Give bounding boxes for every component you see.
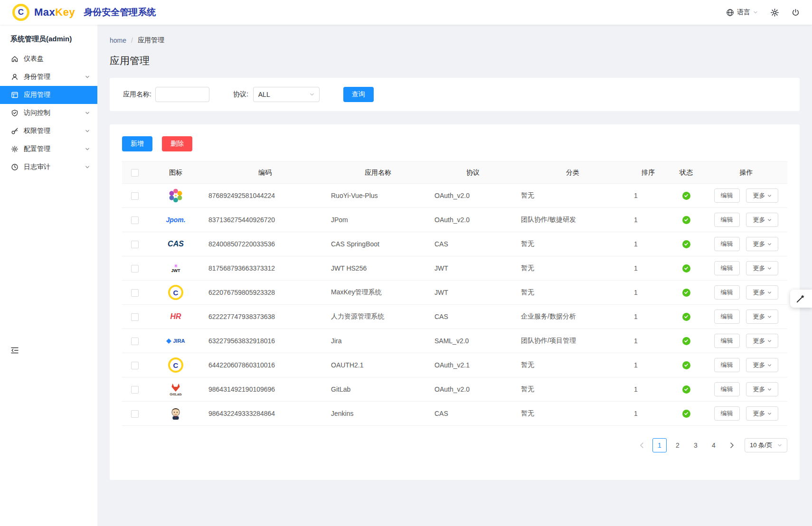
app-code: 824008507220033536 <box>208 240 275 248</box>
table-row: C 644220607860310016 OAUTH2.1 OAuth_v2.1… <box>122 353 787 377</box>
row-checkbox[interactable] <box>131 338 139 345</box>
add-button[interactable]: 新增 <box>122 136 152 151</box>
row-checkbox[interactable] <box>131 216 139 224</box>
row-checkbox[interactable] <box>131 313 139 321</box>
chevron-down-icon <box>85 111 90 115</box>
language-switcher[interactable]: 语言 <box>726 8 758 17</box>
edit-button[interactable]: 编辑 <box>714 406 740 421</box>
logout-power-icon[interactable] <box>792 9 800 17</box>
app-code: 622227747938373638 <box>208 313 275 320</box>
maxkey-logo-icon: C <box>12 4 29 21</box>
more-button[interactable]: 更多 <box>746 406 778 421</box>
column-header-protocol: 协议 <box>430 162 516 184</box>
page-button-4[interactable]: 4 <box>707 438 721 452</box>
more-button-label: 更多 <box>753 312 765 321</box>
more-button[interactable]: 更多 <box>746 310 778 324</box>
select-all-checkbox[interactable] <box>131 169 139 177</box>
edit-button[interactable]: 编辑 <box>714 261 740 275</box>
sidebar-item-identity[interactable]: 身份管理 <box>0 68 97 86</box>
status-enabled-icon <box>682 361 690 369</box>
more-button[interactable]: 更多 <box>746 358 778 372</box>
edit-button[interactable]: 编辑 <box>714 237 740 251</box>
app-icon-cas: CAS <box>165 234 187 254</box>
app-name: Jira <box>331 337 342 345</box>
table-row: 876892492581044224 RuoYi-Vue-Plus OAuth_… <box>122 184 787 208</box>
more-button[interactable]: 更多 <box>746 382 778 396</box>
collapse-sidebar-button[interactable] <box>10 347 19 356</box>
page-button-1[interactable]: 1 <box>652 438 667 452</box>
sidebar-item-config[interactable]: 配置管理 <box>0 140 97 158</box>
app-code: 644220607860310016 <box>208 361 275 369</box>
app-name: MaxKey管理系统 <box>331 288 382 296</box>
app-category: 暂无 <box>521 409 534 417</box>
prev-page-button[interactable] <box>634 438 649 452</box>
row-checkbox[interactable] <box>131 386 139 394</box>
row-checkbox[interactable] <box>131 241 139 248</box>
app-sort: 1 <box>634 192 638 199</box>
sidebar-item-apps[interactable]: 应用管理 <box>0 86 97 104</box>
sidebar-item-access[interactable]: 访问控制 <box>0 104 97 122</box>
main-layout: 系统管理员(admin) 仪表盘 身份管理 应用管理 访问控制 权限管理 配置管… <box>0 25 812 526</box>
edit-button[interactable]: 编辑 <box>714 382 740 396</box>
app-protocol: OAuth_v2.0 <box>434 385 470 393</box>
sidebar-item-audit[interactable]: 日志审计 <box>0 158 97 176</box>
settings-gear-icon[interactable] <box>770 8 779 17</box>
clock-icon <box>10 163 19 171</box>
more-button[interactable]: 更多 <box>746 237 778 251</box>
search-button[interactable]: 查询 <box>343 87 374 102</box>
more-button-label: 更多 <box>753 191 765 200</box>
chevron-down-icon <box>767 363 772 367</box>
row-checkbox[interactable] <box>131 362 139 369</box>
page-size-select[interactable]: 10 条/页 <box>745 438 787 452</box>
next-page-button[interactable] <box>725 438 739 452</box>
gear-icon <box>10 145 19 153</box>
edit-button[interactable]: 编辑 <box>714 188 740 203</box>
sidebar-item-label: 访问控制 <box>24 109 50 117</box>
page-button-3[interactable]: 3 <box>689 438 703 452</box>
chevron-down-icon <box>767 266 772 271</box>
edit-button[interactable]: 编辑 <box>714 285 740 300</box>
chevron-down-icon <box>310 92 314 97</box>
breadcrumb-home[interactable]: home <box>110 37 126 44</box>
status-enabled-icon <box>682 192 690 200</box>
brand-name-max: Max <box>34 6 55 18</box>
protocol-select[interactable]: ALL <box>253 87 320 102</box>
column-header-status: 状态 <box>667 162 705 184</box>
app-category: 暂无 <box>521 240 534 247</box>
row-checkbox[interactable] <box>131 192 139 200</box>
row-checkbox[interactable] <box>131 410 139 418</box>
edit-button[interactable]: 编辑 <box>714 310 740 324</box>
brand-name-key: Key <box>55 6 75 18</box>
page-button-2[interactable]: 2 <box>670 438 685 452</box>
app-sort: 1 <box>634 410 638 417</box>
more-button[interactable]: 更多 <box>746 285 778 300</box>
table-panel: 新增 删除 图标 编码 应用名称 协议 分类 <box>110 124 800 480</box>
row-checkbox[interactable] <box>131 289 139 297</box>
theme-settings-button[interactable] <box>790 290 812 308</box>
sidebar-item-permission[interactable]: 权限管理 <box>0 122 97 140</box>
edit-button[interactable]: 编辑 <box>714 213 740 227</box>
sidebar-item-label: 身份管理 <box>24 73 50 81</box>
header-actions: 语言 <box>726 8 800 17</box>
status-enabled-icon <box>682 385 690 394</box>
more-button[interactable]: 更多 <box>746 213 778 227</box>
column-header-actions: 操作 <box>705 162 787 184</box>
more-button[interactable]: 更多 <box>746 334 778 348</box>
sidebar-item-dashboard[interactable]: 仪表盘 <box>0 50 97 68</box>
chevron-down-icon <box>767 315 772 319</box>
app-name-input[interactable] <box>155 87 209 102</box>
more-button[interactable]: 更多 <box>746 188 778 203</box>
status-enabled-icon <box>682 289 690 297</box>
sidebar: 系统管理员(admin) 仪表盘 身份管理 应用管理 访问控制 权限管理 配置管… <box>0 25 97 526</box>
breadcrumb-current: 应用管理 <box>138 36 164 45</box>
edit-button[interactable]: 编辑 <box>714 334 740 348</box>
column-header-code: 编码 <box>204 162 326 184</box>
table-row: Jpom. 837136275440926720 JPom OAuth_v2.0… <box>122 208 787 232</box>
column-header-icon: 图标 <box>148 162 204 184</box>
more-button[interactable]: 更多 <box>746 261 778 275</box>
delete-button[interactable]: 删除 <box>162 136 192 151</box>
chevron-down-icon <box>753 10 758 15</box>
edit-button[interactable]: 编辑 <box>714 358 740 372</box>
row-checkbox[interactable] <box>131 265 139 272</box>
app-code: 986431492190109696 <box>208 385 275 393</box>
